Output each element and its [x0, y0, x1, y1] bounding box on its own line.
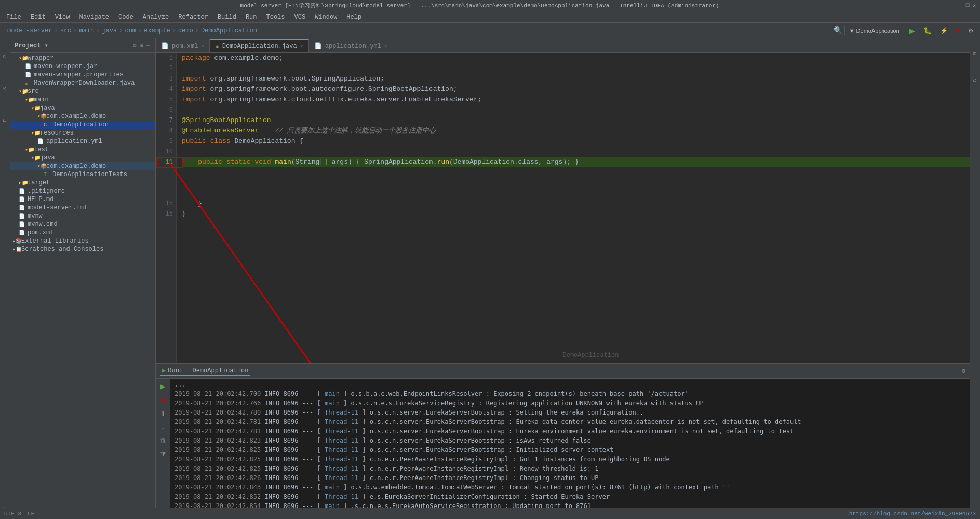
log-line-3: 2019-08-21 20:02:42.780 INFO 8696 --- [ …	[174, 408, 965, 417]
tab-bar: 📄 pom.xml ✕ ☕ DemoApplication.java ✕ 📄 a…	[156, 38, 970, 53]
tree-item-mvnw[interactable]: 📄 mvnw	[10, 212, 155, 220]
favorites-icon[interactable]: F	[1, 105, 10, 136]
structure-icon[interactable]: S	[1, 73, 10, 104]
tree-item-test[interactable]: ▾📁 test	[10, 145, 155, 154]
tree-item-com-example-demo[interactable]: ▾📦 com.example.demo	[10, 112, 155, 121]
panel-close-button[interactable]: ─	[145, 42, 151, 49]
coverage-button[interactable]: ⚡	[937, 26, 951, 35]
maven-icon[interactable]: M	[971, 41, 980, 66]
menu-code[interactable]: Code	[114, 12, 138, 22]
breadcrumb-model-server[interactable]: model-server	[7, 27, 52, 34]
menu-window[interactable]: Window	[311, 12, 341, 22]
code-line-12	[182, 167, 970, 178]
editor-content[interactable]: 1 2 3 4 5 6 7 8 9 10 11 15 16 package co…	[156, 53, 970, 363]
run-log[interactable]: ... 2019-08-21 20:02:42.700 INFO 8696 --…	[170, 379, 970, 519]
demoapplication-tab-close[interactable]: ✕	[300, 43, 303, 49]
run-settings-button[interactable]: ⚙	[962, 367, 965, 375]
run-tab-demoapplication[interactable]: ▶ Run: DemoApplication	[160, 367, 250, 376]
folder-open-icon: ▾📁	[19, 55, 26, 61]
menu-edit[interactable]: Edit	[26, 12, 50, 22]
tree-item-main[interactable]: ▾📁 main	[10, 96, 155, 104]
run-rerun-button[interactable]: ▶	[157, 381, 169, 392]
tree-item-external-libs[interactable]: ▸📚 External Libraries	[10, 237, 155, 245]
menu-analyze[interactable]: Analyze	[139, 12, 173, 22]
menu-run[interactable]: Run	[241, 12, 261, 22]
tree-item-resources[interactable]: ▾📁 resources	[10, 129, 155, 137]
close-button[interactable]: ✕	[972, 2, 976, 9]
test-folder-icon: ▾📁	[25, 147, 32, 153]
menu-refactor[interactable]: Refactor	[174, 12, 212, 22]
run-clear-button[interactable]: 🗑	[157, 435, 169, 446]
menu-view[interactable]: View	[51, 12, 74, 22]
tab-demoapplication-java[interactable]: ☕ DemoApplication.java ✕	[210, 39, 308, 52]
run-config-selector[interactable]: ▼ DemoApplication	[844, 26, 904, 35]
stop-button[interactable]: ■	[953, 26, 963, 35]
run-button[interactable]: ▶	[906, 25, 918, 36]
minimize-button[interactable]: ─	[959, 2, 963, 9]
tree-item-demoapplicationtests[interactable]: T DemoApplicationTests	[10, 170, 155, 179]
code-area[interactable]: package com.example.demo; import org.spr…	[177, 53, 970, 363]
menu-vcs[interactable]: VCS	[290, 12, 310, 22]
tree-item-target[interactable]: ▸📁 target	[10, 179, 155, 187]
breadcrumb-demoapplication[interactable]: DemoApplication	[201, 27, 257, 34]
settings-button[interactable]: ⚙	[965, 26, 977, 35]
tree-item-maven-wrapper-jar[interactable]: 📄 maven-wrapper.jar	[10, 62, 155, 71]
iml-icon: 📄	[19, 205, 26, 211]
test-pkg-folder-icon: ▾📦	[37, 163, 45, 169]
tree-item-maven-wrapper-downloader[interactable]: ☕ MavenWrapperDownloader.java	[10, 79, 155, 87]
run-stop-button[interactable]: ■	[157, 394, 169, 406]
tree-item-src[interactable]: ▾📁 src	[10, 87, 155, 96]
menu-tools[interactable]: Tools	[262, 12, 289, 22]
project-icon[interactable]: P	[1, 41, 10, 72]
menu-file[interactable]: File	[2, 12, 25, 22]
log-line-10: 2019-08-21 20:02:42.826 INFO 8696 --- [ …	[174, 473, 965, 483]
run-filter-button[interactable]: ⧩	[157, 448, 169, 460]
editor-area: 📄 pom.xml ✕ ☕ DemoApplication.java ✕ 📄 a…	[156, 38, 970, 519]
menu-build[interactable]: Build	[213, 12, 240, 22]
application-yml-tab-close[interactable]: ✕	[384, 43, 387, 49]
maximize-button[interactable]: □	[966, 2, 970, 9]
breadcrumb-com[interactable]: com	[125, 27, 136, 34]
gradle-icon[interactable]: G	[971, 68, 980, 94]
tab-pom-xml[interactable]: 📄 pom.xml ✕	[156, 39, 210, 52]
run-panel-header: ▶ Run: DemoApplication ⚙	[156, 364, 970, 379]
tree-item-test-java[interactable]: ▾📁 java	[10, 154, 155, 162]
run-toolbar: ▶ ■ ⬆ ↓ 🗑 ⧩	[156, 379, 170, 519]
breadcrumb-src[interactable]: src	[60, 27, 72, 34]
breadcrumb-example[interactable]: example	[144, 27, 170, 34]
menu-navigate[interactable]: Navigate	[75, 12, 113, 22]
search-icon[interactable]: 🔍	[834, 26, 842, 35]
tree-item-model-server-iml[interactable]: 📄 model-server.iml	[10, 204, 155, 212]
panel-gear-button[interactable]: ⚙	[131, 42, 138, 49]
breadcrumb-main[interactable]: main	[79, 27, 94, 34]
tree-item-gitignore[interactable]: 📄 .gitignore	[10, 187, 155, 195]
tree-item-help-md[interactable]: 📄 HELP.md	[10, 195, 155, 204]
code-line-11: ▶ ■ public static void main(String[] arg…	[182, 157, 970, 167]
tree-item-java[interactable]: ▾📁 java	[10, 104, 155, 112]
tree-item-test-com-example-demo[interactable]: ▾📦 com.example.demo	[10, 162, 155, 170]
tree-item-maven-wrapper-props[interactable]: 📄 maven-wrapper.properties	[10, 71, 155, 79]
status-url[interactable]: https://blog.csdn.net/weixin_29804623	[849, 511, 976, 517]
code-line-4: import org.springframework.boot.autoconf…	[182, 84, 970, 95]
scratches-label: Scratches and Consoles	[21, 246, 103, 253]
tree-item-wrapper[interactable]: ▾📁 wrapper	[10, 54, 155, 62]
tree-item-application-yml[interactable]: 📄 application.yml	[10, 137, 155, 145]
run-scroll-button[interactable]: ↓	[157, 421, 169, 433]
run-restore-button[interactable]: ⬆	[157, 408, 169, 419]
menu-help[interactable]: Help	[342, 12, 366, 22]
pom-xml-tab-close[interactable]: ✕	[201, 43, 204, 49]
debug-button[interactable]: 🐛	[920, 25, 935, 35]
log-line-2: 2019-08-21 20:02:42.766 INFO 8696 --- [ …	[174, 398, 965, 408]
breadcrumb-demo[interactable]: demo	[178, 27, 193, 34]
breadcrumb-java[interactable]: java	[102, 27, 117, 34]
tab-application-yml[interactable]: 📄 application.yml ✕	[309, 39, 393, 52]
code-line-14	[182, 188, 970, 198]
log-line-7: 2019-08-21 20:02:42.825 INFO 8696 --- [ …	[174, 445, 965, 455]
tree-item-demoapplication[interactable]: C DemoApplication	[10, 121, 155, 129]
tree-item-scratches[interactable]: ▸📋 Scratches and Consoles	[10, 245, 155, 254]
log-line-11: 2019-08-21 20:02:42.843 INFO 8696 --- [ …	[174, 483, 965, 492]
panel-actions: ⚙ ≡ ─	[131, 42, 151, 49]
tree-item-pom-xml[interactable]: 📄 pom.xml	[10, 229, 155, 237]
tree-item-mvnw-cmd[interactable]: 📄 mvnw.cmd	[10, 220, 155, 229]
panel-settings-button[interactable]: ≡	[139, 42, 144, 49]
